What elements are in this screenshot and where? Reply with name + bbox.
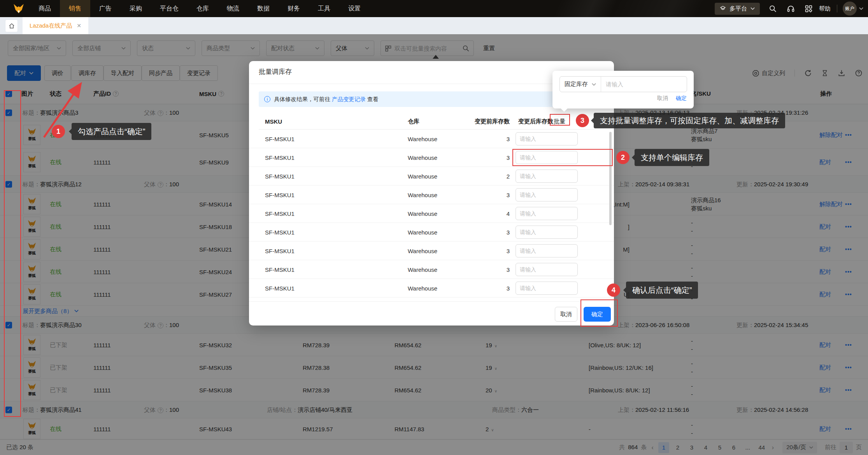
modal-msku: SF-MSKU1 <box>265 135 295 142</box>
modal-warehouse: Warehouse <box>408 229 437 235</box>
modal-table-row: SF-MSKU1Warehouse3 <box>249 260 614 279</box>
modal-msku: SF-MSKU1 <box>265 210 295 217</box>
annotation-tip-1: 勾选产品点击“确定” <box>72 123 151 140</box>
nav-menu: 商品销售广告采购平台仓仓库物流数据财务工具设置 <box>30 0 370 17</box>
tab-close-icon[interactable]: ✕ <box>77 23 81 29</box>
modal-msku: SF-MSKU1 <box>265 247 295 254</box>
modal-col-warehouse: 仓库 <box>408 114 419 129</box>
app-root: 商品销售广告采购平台仓仓库物流数据财务工具设置 多平台 帮助 账户 Lazada… <box>0 0 868 455</box>
modal-msku: SF-MSKU1 <box>265 173 295 179</box>
modal-after-input[interactable] <box>516 170 578 183</box>
layers-icon <box>720 5 726 12</box>
modal-before-qty: 3 <box>482 154 510 161</box>
change-log-link[interactable]: 产品变更记录 <box>332 96 366 102</box>
annotation-badge-4: 4 <box>607 284 620 297</box>
modal-msku: SF-MSKU1 <box>265 191 295 198</box>
modal-msku: SF-MSKU1 <box>265 154 295 161</box>
modal-table-row: SF-MSKU1Warehouse3 <box>249 130 614 148</box>
tab-lazada-online-products[interactable]: Lazada在线产品 ✕ <box>23 17 88 34</box>
batch-link[interactable]: 批量 <box>554 114 565 129</box>
modal-after-input[interactable] <box>516 244 578 257</box>
modal-table-row: SF-MSKU1Warehouse4 <box>249 204 614 223</box>
modal-warehouse: Warehouse <box>408 154 437 161</box>
modal-table-body: SF-MSKU1Warehouse3SF-MSKU1Warehouse3SF-M… <box>249 130 614 298</box>
modal-after-input[interactable] <box>516 207 578 220</box>
annotation-tip-2: 支持单个编辑库存 <box>635 149 709 166</box>
annotation-badge-3: 3 <box>576 114 589 127</box>
modal-warehouse: Warehouse <box>408 247 437 254</box>
nav-item-6[interactable]: 物流 <box>218 0 248 17</box>
nav-item-2[interactable]: 广告 <box>90 0 121 17</box>
modal-table-row: SF-MSKU1Warehouse3 <box>249 186 614 204</box>
nav-item-8[interactable]: 财务 <box>279 0 309 17</box>
modal-table-row: SF-MSKU1Warehouse3 <box>249 279 614 298</box>
modal-after-input[interactable] <box>516 151 578 164</box>
annotation-tip-3: 支持批量调整库存，可按固定库存、加、减调整库存 <box>594 113 785 128</box>
adjust-mode-select[interactable]: 固定库存 <box>560 77 601 92</box>
home-tab-button[interactable] <box>5 19 18 32</box>
info-icon: i <box>264 96 270 102</box>
modal-footer-divider <box>249 301 614 302</box>
account-avatar[interactable]: 账户 <box>843 2 857 16</box>
nav-item-10[interactable]: 设置 <box>339 0 370 17</box>
search-icon[interactable] <box>764 5 782 13</box>
navbar-right: 多平台 帮助 账户 <box>715 2 868 16</box>
tab-bar: Lazada在线产品 ✕ <box>0 17 868 34</box>
popup-cancel-button[interactable]: 取消 <box>657 95 668 102</box>
apps-grid-icon[interactable] <box>800 5 817 13</box>
platform-switcher-label: 多平台 <box>729 5 747 12</box>
nav-item-7[interactable]: 数据 <box>248 0 279 17</box>
account-caret-icon[interactable] <box>859 7 863 10</box>
modal-col-before: 变更前库存数 <box>475 114 510 129</box>
annotation-badge-1: 1 <box>52 125 65 138</box>
home-icon <box>8 23 15 30</box>
annotation-tip-4: 确认后点击“确定” <box>626 282 698 299</box>
modal-table-row: SF-MSKU1Warehouse3 <box>249 223 614 242</box>
nav-item-1[interactable]: 销售 <box>60 0 90 17</box>
modal-before-qty: 3 <box>482 229 510 235</box>
modal-scrollbar[interactable] <box>609 132 612 225</box>
modal-after-input[interactable] <box>516 132 578 145</box>
modal-before-qty: 4 <box>482 210 510 217</box>
modal-before-qty: 3 <box>482 247 510 254</box>
headset-icon[interactable] <box>782 5 800 13</box>
batch-value-input[interactable] <box>601 81 687 88</box>
batch-input-group: 固定库存 <box>559 76 687 92</box>
modal-title: 批量调库存 <box>259 67 292 76</box>
modal-warehouse: Warehouse <box>408 173 437 179</box>
modal-msku: SF-MSKU1 <box>265 229 295 235</box>
modal-before-qty: 3 <box>482 266 510 273</box>
nav-item-9[interactable]: 工具 <box>309 0 339 17</box>
modal-msku: SF-MSKU1 <box>265 266 295 273</box>
nav-item-5[interactable]: 仓库 <box>188 0 218 17</box>
popup-confirm-button[interactable]: 确定 <box>676 95 687 102</box>
modal-confirm-button[interactable]: 确定 <box>584 307 611 322</box>
help-link[interactable]: 帮助 <box>819 5 831 12</box>
modal-after-input[interactable] <box>516 263 578 276</box>
info-text: 具体修改结果，可前往 产品变更记录 查看 <box>274 96 379 103</box>
modal-after-input[interactable] <box>516 282 578 295</box>
chevron-down-icon <box>751 7 755 10</box>
modal-cancel-button[interactable]: 取消 <box>555 307 577 322</box>
modal-before-qty: 3 <box>482 285 510 291</box>
modal-before-qty: 2 <box>482 173 510 179</box>
modal-after-input[interactable] <box>516 188 578 201</box>
modal-warehouse: Warehouse <box>408 135 437 142</box>
nav-item-3[interactable]: 采购 <box>121 0 151 17</box>
fox-logo-icon[interactable] <box>13 4 24 14</box>
modal-before-qty: 3 <box>482 135 510 142</box>
popup-actions: 取消 确定 <box>657 95 687 102</box>
annotation-badge-2: 2 <box>616 151 630 164</box>
navbar-divider <box>837 5 837 12</box>
modal-col-msku: MSKU <box>265 114 282 129</box>
nav-item-4[interactable]: 平台仓 <box>151 0 188 17</box>
modal-before-qty: 3 <box>482 191 510 198</box>
modal-warehouse: Warehouse <box>408 210 437 217</box>
modal-warehouse: Warehouse <box>408 191 437 198</box>
tab-label: Lazada在线产品 <box>30 22 72 30</box>
platform-switcher[interactable]: 多平台 <box>715 3 760 15</box>
modal-table-row: SF-MSKU1Warehouse2 <box>249 167 614 186</box>
modal-warehouse: Warehouse <box>408 285 437 291</box>
nav-item-0[interactable]: 商品 <box>30 0 60 17</box>
modal-after-input[interactable] <box>516 226 578 239</box>
